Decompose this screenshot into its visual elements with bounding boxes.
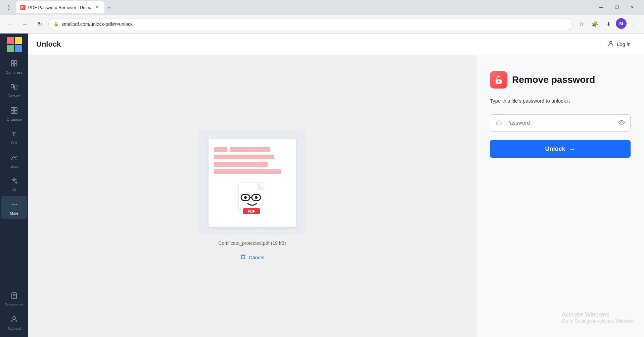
svg-rect-5: [15, 45, 22, 52]
svg-text:PDF: PDF: [248, 209, 255, 213]
back-button[interactable]: ←: [4, 18, 16, 30]
person-icon: [607, 40, 614, 48]
svg-point-19: [16, 204, 17, 205]
unlock-label: Unlock: [545, 146, 565, 153]
svg-point-21: [13, 317, 15, 319]
redacted-block: [214, 169, 281, 174]
sidebar-item-account[interactable]: Account: [1, 311, 27, 334]
address-text: smallpdf.com/unlock-pdf#r=unlock: [61, 21, 568, 27]
smallpdf-logo[interactable]: [6, 36, 22, 52]
svg-rect-6: [11, 61, 14, 63]
redacted-block: [214, 147, 227, 152]
pdf-redacted-content: [214, 147, 290, 174]
compress-icon: [10, 59, 18, 69]
main-header: Unlock Log in: [28, 34, 644, 55]
reload-button[interactable]: ↻: [34, 18, 46, 30]
cancel-button[interactable]: Cancel: [240, 254, 265, 261]
svg-rect-15: [14, 111, 17, 113]
svg-rect-12: [11, 107, 14, 110]
login-button[interactable]: Log in: [602, 38, 636, 51]
address-bar[interactable]: 🔒 smallpdf.com/unlock-pdf#r=unlock: [48, 18, 573, 30]
sidebar-item-convert[interactable]: Convert: [1, 78, 27, 102]
sidebar-item-edit[interactable]: T Edit: [1, 125, 27, 149]
download-button[interactable]: ⬇: [602, 18, 614, 30]
redacted-block: [214, 155, 274, 159]
sidebar-item-account-label: Account: [7, 326, 21, 330]
activate-windows-title: Activate Windows: [562, 311, 636, 318]
sidebar-item-sign[interactable]: Sign: [1, 149, 27, 172]
svg-rect-33: [497, 122, 501, 125]
svg-text:T: T: [12, 131, 16, 137]
close-button[interactable]: ✕: [625, 1, 640, 13]
remove-password-header: Remove password: [490, 71, 631, 89]
profile-avatar[interactable]: M: [616, 18, 627, 29]
maximize-button[interactable]: ❐: [609, 1, 625, 13]
profile-menu-btn[interactable]: ⟩: [4, 3, 13, 12]
browser-tab-bar: ⟩ P PDF Password Remover | Unloc ✕ + — ❐…: [0, 0, 644, 15]
sidebar-item-convert-label: Convert: [8, 94, 21, 98]
svg-point-27: [244, 196, 247, 199]
tab-title: PDF Password Remover | Unloc: [28, 5, 91, 10]
password-hint: Type this file's password to unlock it: [490, 98, 631, 104]
sidebar: Compress Convert: [0, 34, 28, 337]
sidebar-item-organize[interactable]: Organize: [1, 102, 27, 125]
svg-point-34: [621, 121, 623, 123]
page-title: Unlock: [36, 40, 61, 49]
svg-rect-2: [7, 37, 14, 44]
more-icon: [10, 200, 18, 210]
ai-icon: [10, 177, 18, 186]
pdf-mascot: PDF: [234, 179, 271, 216]
show-password-icon[interactable]: [618, 119, 625, 127]
convert-icon: [10, 83, 18, 93]
tab-close-button[interactable]: ✕: [94, 4, 100, 11]
svg-point-32: [498, 81, 500, 82]
address-security-icon: 🔒: [53, 21, 59, 26]
minimize-button[interactable]: —: [594, 1, 609, 13]
toolbar-actions: ☆ 🧩 ⬇ M ⋮: [576, 18, 640, 30]
unlock-arrow-icon: →: [569, 145, 576, 153]
organize-icon: [10, 106, 18, 116]
login-label: Log in: [617, 41, 631, 47]
unlock-button[interactable]: Unlock →: [490, 140, 631, 158]
menu-button[interactable]: ⋮: [628, 18, 640, 30]
sidebar-item-more[interactable]: More: [1, 196, 27, 219]
file-preview-card: PDF: [209, 139, 296, 227]
svg-rect-3: [15, 37, 22, 44]
lock-icon-box: [490, 71, 507, 89]
svg-rect-8: [11, 64, 14, 66]
sidebar-item-edit-label: Edit: [11, 141, 17, 145]
redacted-block: [214, 162, 268, 167]
sign-icon: [10, 153, 18, 163]
remove-password-title: Remove password: [512, 74, 595, 85]
activate-windows-notice: Activate Windows Go to Settings to activ…: [562, 311, 636, 324]
right-panel: Remove password Type this file's passwor…: [476, 55, 644, 337]
svg-rect-13: [14, 107, 17, 110]
new-tab-button[interactable]: +: [104, 3, 114, 12]
sidebar-item-documents-label: Documents: [5, 303, 24, 307]
sidebar-item-compress[interactable]: Compress: [1, 55, 27, 78]
extensions-button[interactable]: 🧩: [589, 18, 601, 30]
password-input[interactable]: [506, 120, 614, 126]
cancel-label: Cancel: [249, 255, 265, 260]
lock-small-icon: [496, 119, 502, 127]
svg-rect-11: [14, 86, 17, 89]
trash-icon: [240, 254, 246, 261]
window-controls: — ❐ ✕: [594, 1, 640, 13]
file-preview-box: PDF: [198, 131, 306, 235]
active-tab[interactable]: P PDF Password Remover | Unloc ✕: [16, 1, 104, 13]
file-name: Certificate_protected.pdf (19 kB): [218, 240, 286, 246]
svg-rect-4: [7, 45, 14, 52]
forward-button[interactable]: →: [19, 18, 31, 30]
sidebar-item-organize-label: Organize: [7, 117, 22, 121]
svg-rect-9: [14, 64, 17, 66]
bookmark-button[interactable]: ☆: [576, 18, 588, 30]
main-content: Unlock Log in: [28, 34, 644, 337]
sidebar-item-ai[interactable]: AI: [1, 172, 27, 196]
sidebar-item-documents[interactable]: Documents: [1, 287, 27, 311]
tab-favicon: P: [20, 5, 26, 10]
sidebar-item-compress-label: Compress: [6, 70, 22, 74]
app-layout: Compress Convert: [0, 34, 644, 337]
main-body: PDF Certificate_protected.pdf (19 kB) Ca…: [28, 55, 644, 337]
svg-rect-7: [14, 61, 17, 63]
sidebar-item-ai-label: AI: [12, 188, 16, 192]
